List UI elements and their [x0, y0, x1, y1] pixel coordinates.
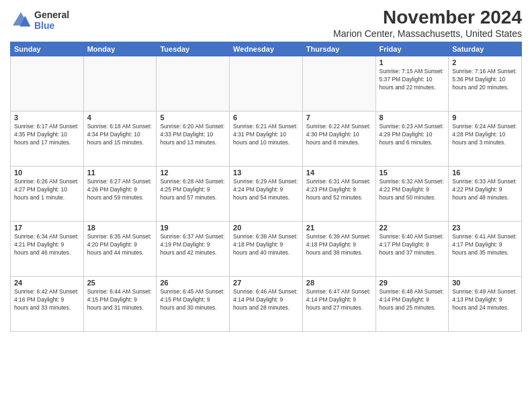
- day-info: Sunrise: 6:29 AM Sunset: 4:24 PM Dayligh…: [233, 178, 299, 202]
- calendar-cell: 27Sunrise: 6:46 AM Sunset: 4:14 PM Dayli…: [230, 277, 303, 332]
- logo: General Blue: [10, 9, 69, 31]
- header-sunday: Sunday: [11, 42, 84, 56]
- header: General Blue November 2024 Marion Center…: [10, 7, 522, 39]
- calendar-cell: 2Sunrise: 7:16 AM Sunset: 5:36 PM Daylig…: [449, 56, 522, 111]
- calendar-cell: 13Sunrise: 6:29 AM Sunset: 4:24 PM Dayli…: [230, 167, 303, 222]
- day-info: Sunrise: 6:23 AM Sunset: 4:29 PM Dayligh…: [380, 123, 445, 147]
- calendar-cell: 18Sunrise: 6:35 AM Sunset: 4:20 PM Dayli…: [83, 222, 157, 277]
- header-tuesday: Tuesday: [157, 42, 230, 56]
- calendar: Sunday Monday Tuesday Wednesday Thursday…: [10, 42, 522, 332]
- day-info: Sunrise: 6:47 AM Sunset: 4:14 PM Dayligh…: [306, 288, 372, 312]
- calendar-cell: 7Sunrise: 6:22 AM Sunset: 4:30 PM Daylig…: [302, 111, 375, 167]
- day-number: 7: [306, 113, 372, 122]
- day-number: 1: [380, 58, 445, 66]
- day-number: 16: [452, 169, 518, 177]
- calendar-cell: 4Sunrise: 6:18 AM Sunset: 4:34 PM Daylig…: [83, 111, 157, 167]
- calendar-cell: 9Sunrise: 6:24 AM Sunset: 4:28 PM Daylig…: [449, 111, 522, 167]
- day-number: 25: [87, 279, 153, 287]
- calendar-cell: 21Sunrise: 6:39 AM Sunset: 4:18 PM Dayli…: [302, 222, 375, 277]
- header-thursday: Thursday: [302, 42, 375, 56]
- page: General Blue November 2024 Marion Center…: [0, 0, 532, 411]
- day-number: 27: [233, 279, 299, 287]
- calendar-cell: 10Sunrise: 6:26 AM Sunset: 4:27 PM Dayli…: [11, 167, 84, 222]
- day-info: Sunrise: 6:44 AM Sunset: 4:15 PM Dayligh…: [87, 288, 153, 312]
- day-info: Sunrise: 6:21 AM Sunset: 4:31 PM Dayligh…: [233, 123, 299, 147]
- day-number: 4: [87, 113, 153, 122]
- calendar-cell: 5Sunrise: 6:20 AM Sunset: 4:33 PM Daylig…: [157, 111, 230, 167]
- subtitle: Marion Center, Massachusetts, United Sta…: [333, 28, 522, 39]
- header-wednesday: Wednesday: [230, 42, 303, 56]
- calendar-cell: 1Sunrise: 7:15 AM Sunset: 5:37 PM Daylig…: [375, 56, 449, 111]
- day-info: Sunrise: 6:20 AM Sunset: 4:33 PM Dayligh…: [160, 123, 226, 147]
- day-info: Sunrise: 7:15 AM Sunset: 5:37 PM Dayligh…: [380, 68, 445, 92]
- day-number: 8: [380, 113, 445, 122]
- calendar-cell: 17Sunrise: 6:34 AM Sunset: 4:21 PM Dayli…: [11, 222, 84, 277]
- day-number: 5: [160, 113, 226, 122]
- calendar-cell: [11, 56, 84, 111]
- day-number: 30: [452, 279, 518, 287]
- day-info: Sunrise: 6:33 AM Sunset: 4:22 PM Dayligh…: [452, 178, 518, 202]
- calendar-cell: 30Sunrise: 6:49 AM Sunset: 4:13 PM Dayli…: [449, 277, 522, 332]
- calendar-cell: [302, 56, 375, 111]
- calendar-cell: 20Sunrise: 6:38 AM Sunset: 4:18 PM Dayli…: [230, 222, 303, 277]
- day-info: Sunrise: 6:49 AM Sunset: 4:13 PM Dayligh…: [452, 288, 518, 312]
- day-number: 20: [233, 224, 299, 232]
- day-number: 23: [452, 224, 518, 232]
- header-monday: Monday: [83, 42, 157, 56]
- day-info: Sunrise: 7:16 AM Sunset: 5:36 PM Dayligh…: [452, 68, 518, 92]
- day-number: 2: [452, 58, 518, 66]
- day-number: 12: [160, 169, 226, 177]
- day-info: Sunrise: 6:37 AM Sunset: 4:19 PM Dayligh…: [160, 233, 226, 257]
- day-number: 9: [452, 113, 518, 122]
- day-number: 18: [87, 224, 153, 232]
- title-block: November 2024 Marion Center, Massachuset…: [333, 7, 522, 39]
- day-number: 6: [233, 113, 299, 122]
- day-number: 10: [14, 169, 80, 177]
- day-info: Sunrise: 6:18 AM Sunset: 4:34 PM Dayligh…: [87, 123, 153, 147]
- day-number: 28: [306, 279, 372, 287]
- day-number: 29: [380, 279, 445, 287]
- day-number: 13: [233, 169, 299, 177]
- day-info: Sunrise: 6:42 AM Sunset: 4:16 PM Dayligh…: [14, 288, 80, 312]
- calendar-cell: 28Sunrise: 6:47 AM Sunset: 4:14 PM Dayli…: [302, 277, 375, 332]
- day-number: 22: [380, 224, 445, 232]
- calendar-week-5: 24Sunrise: 6:42 AM Sunset: 4:16 PM Dayli…: [11, 277, 522, 332]
- day-info: Sunrise: 6:41 AM Sunset: 4:17 PM Dayligh…: [452, 233, 518, 257]
- calendar-cell: 3Sunrise: 6:17 AM Sunset: 4:35 PM Daylig…: [11, 111, 84, 167]
- day-info: Sunrise: 6:45 AM Sunset: 4:15 PM Dayligh…: [160, 288, 226, 312]
- day-info: Sunrise: 6:46 AM Sunset: 4:14 PM Dayligh…: [233, 288, 299, 312]
- calendar-cell: [83, 56, 157, 111]
- calendar-cell: 11Sunrise: 6:27 AM Sunset: 4:26 PM Dayli…: [83, 167, 157, 222]
- day-number: 21: [306, 224, 372, 232]
- day-number: 19: [160, 224, 226, 232]
- calendar-week-3: 10Sunrise: 6:26 AM Sunset: 4:27 PM Dayli…: [11, 167, 522, 222]
- calendar-cell: 12Sunrise: 6:28 AM Sunset: 4:25 PM Dayli…: [157, 167, 230, 222]
- calendar-cell: 23Sunrise: 6:41 AM Sunset: 4:17 PM Dayli…: [449, 222, 522, 277]
- day-info: Sunrise: 6:32 AM Sunset: 4:22 PM Dayligh…: [380, 178, 445, 202]
- day-number: 17: [14, 224, 80, 232]
- calendar-header-row: Sunday Monday Tuesday Wednesday Thursday…: [11, 42, 522, 56]
- day-info: Sunrise: 6:31 AM Sunset: 4:23 PM Dayligh…: [306, 178, 372, 202]
- day-number: 15: [380, 169, 445, 177]
- day-info: Sunrise: 6:35 AM Sunset: 4:20 PM Dayligh…: [87, 233, 153, 257]
- calendar-cell: 29Sunrise: 6:48 AM Sunset: 4:14 PM Dayli…: [375, 277, 449, 332]
- day-info: Sunrise: 6:28 AM Sunset: 4:25 PM Dayligh…: [160, 178, 226, 202]
- calendar-week-2: 3Sunrise: 6:17 AM Sunset: 4:35 PM Daylig…: [11, 111, 522, 167]
- day-info: Sunrise: 6:22 AM Sunset: 4:30 PM Dayligh…: [306, 123, 372, 147]
- day-number: 26: [160, 279, 226, 287]
- calendar-cell: 8Sunrise: 6:23 AM Sunset: 4:29 PM Daylig…: [375, 111, 449, 167]
- day-info: Sunrise: 6:24 AM Sunset: 4:28 PM Dayligh…: [452, 123, 518, 147]
- day-number: 3: [14, 113, 80, 122]
- calendar-cell: 26Sunrise: 6:45 AM Sunset: 4:15 PM Dayli…: [157, 277, 230, 332]
- calendar-cell: 24Sunrise: 6:42 AM Sunset: 4:16 PM Dayli…: [11, 277, 84, 332]
- day-info: Sunrise: 6:38 AM Sunset: 4:18 PM Dayligh…: [233, 233, 299, 257]
- calendar-week-4: 17Sunrise: 6:34 AM Sunset: 4:21 PM Dayli…: [11, 222, 522, 277]
- logo-text: General Blue: [34, 9, 69, 31]
- calendar-cell: 25Sunrise: 6:44 AM Sunset: 4:15 PM Dayli…: [83, 277, 157, 332]
- day-info: Sunrise: 6:27 AM Sunset: 4:26 PM Dayligh…: [87, 178, 153, 202]
- calendar-cell: 22Sunrise: 6:40 AM Sunset: 4:17 PM Dayli…: [375, 222, 449, 277]
- main-title: November 2024: [333, 7, 522, 28]
- day-info: Sunrise: 6:17 AM Sunset: 4:35 PM Dayligh…: [14, 123, 80, 147]
- calendar-cell: [157, 56, 230, 111]
- calendar-week-1: 1Sunrise: 7:15 AM Sunset: 5:37 PM Daylig…: [11, 56, 522, 111]
